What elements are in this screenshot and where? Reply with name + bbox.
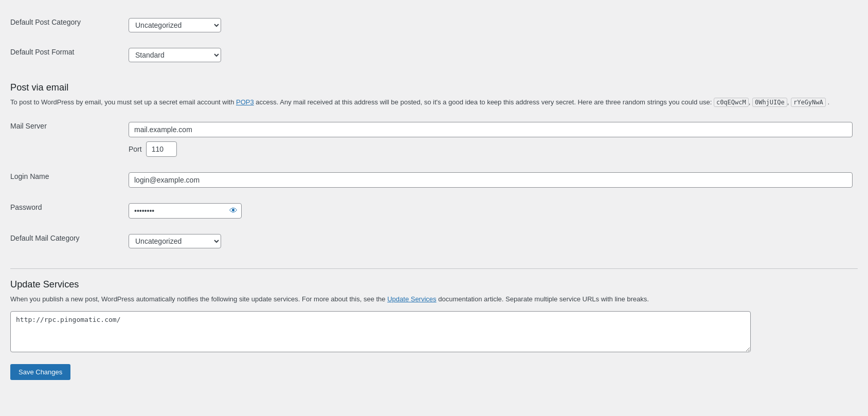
password-label: Password (10, 203, 42, 211)
login-name-label: Login Name (10, 172, 49, 180)
pve-desc-part1: To post to WordPress by email, you must … (10, 98, 236, 106)
us-desc-after: documentation article. Separate multiple… (437, 295, 649, 303)
form-table: Default Post Category Uncategorized Defa… (10, 10, 858, 70)
post-via-email-heading: Post via email (10, 82, 858, 93)
pve-desc-comma2: , (787, 98, 791, 106)
default-post-format-label: Default Post Format (10, 48, 75, 56)
default-post-category-row: Default Post Category Uncategorized (10, 10, 858, 40)
default-mail-category-select[interactable]: Uncategorized (129, 234, 221, 248)
port-input[interactable] (146, 141, 177, 157)
default-mail-category-row: Default Mail Category Uncategorized (10, 226, 858, 256)
settings-page: Default Post Category Uncategorized Defa… (0, 0, 868, 401)
default-post-category-label: Default Post Category (10, 18, 81, 26)
mail-server-row: Mail Server Port (10, 114, 858, 165)
pve-desc-period: . (826, 98, 829, 106)
us-desc-before: When you publish a new post, WordPress a… (10, 295, 387, 303)
post-via-email-form-table: Mail Server Port Login Name (10, 114, 858, 256)
random-string-2: 0WhjUIQe (752, 98, 787, 107)
port-row: Port (129, 141, 853, 157)
mail-server-label: Mail Server (10, 122, 47, 130)
password-input[interactable] (129, 203, 242, 219)
post-via-email-description: To post to WordPress by email, you must … (10, 97, 858, 108)
update-services-heading: Update Services (10, 268, 858, 290)
update-services-link[interactable]: Update Services (387, 295, 436, 303)
pve-desc-part2: access. Any mail received at this addres… (254, 98, 714, 106)
port-label: Port (129, 145, 142, 153)
pve-desc-comma1: , (749, 98, 752, 106)
mail-server-input[interactable] (129, 122, 853, 137)
default-post-format-select[interactable]: Standard (129, 48, 221, 62)
show-password-icon[interactable]: 👁 (229, 206, 238, 215)
pop3-link[interactable]: POP3 (236, 98, 254, 106)
update-services-description: When you publish a new post, WordPress a… (10, 294, 858, 305)
update-services-textarea[interactable]: http://rpc.pingomatic.com/ (10, 311, 751, 352)
save-changes-button[interactable]: Save Changes (10, 364, 70, 380)
random-string-1: c0qEQwcM (714, 98, 749, 107)
login-name-input[interactable] (129, 172, 853, 188)
default-post-format-row: Default Post Format Standard (10, 40, 858, 70)
random-string-3: rYeGyNwA (791, 98, 826, 107)
password-wrapper: 👁 (129, 203, 242, 219)
password-row: Password 👁 (10, 195, 858, 226)
login-name-row: Login Name (10, 165, 858, 195)
default-mail-category-label: Default Mail Category (10, 234, 80, 242)
default-post-category-select[interactable]: Uncategorized (129, 18, 221, 32)
